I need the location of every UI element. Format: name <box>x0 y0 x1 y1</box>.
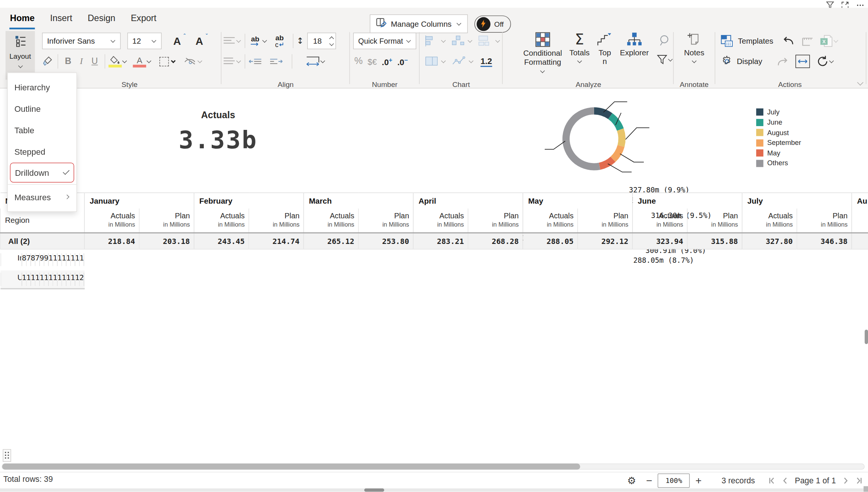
zoom-in-button[interactable]: + <box>690 475 707 486</box>
menu-item-drilldown[interactable]: Drilldown <box>10 163 74 183</box>
cell-actuals[interactable]: 130.08 <box>21 273 26 286</box>
decrease-decimal-button[interactable]: .0− <box>397 56 408 67</box>
format-painter-button[interactable] <box>41 54 54 69</box>
cell-actuals[interactable]: 177.86 <box>48 273 52 286</box>
measure-header-plan[interactable]: Planin Millions <box>358 208 413 233</box>
underline-button[interactable]: U <box>88 54 101 69</box>
chevron-down-icon[interactable] <box>468 38 472 43</box>
month-header[interactable]: January <box>84 193 194 208</box>
legend-item-september[interactable]: September <box>756 139 801 146</box>
cell-actuals[interactable]: 114.26 <box>57 253 61 266</box>
cell-plan[interactable]: 253.80 <box>358 233 413 249</box>
fill-color-button[interactable] <box>108 56 122 67</box>
templates-button[interactable]: Templates <box>721 35 773 47</box>
resize-corner[interactable] <box>863 486 868 492</box>
refresh-button[interactable] <box>816 55 834 67</box>
month-header[interactable]: July <box>742 193 852 208</box>
measure-header-plan[interactable]: Planin Millions <box>797 208 851 233</box>
cell-plan[interactable]: 203.18 <box>139 233 194 249</box>
cell-actuals[interactable]: 105.35 <box>48 253 52 266</box>
ruler-button[interactable] <box>801 35 814 47</box>
explorer-button[interactable]: Explorer <box>617 32 652 57</box>
measure-header-plan[interactable]: Planin Millions <box>468 208 523 233</box>
cell-plan[interactable]: 116.93 <box>70 253 75 266</box>
sparkline-button[interactable] <box>452 56 466 66</box>
increase-decimal-button[interactable]: .0+ <box>382 56 393 67</box>
zoom-level-input[interactable]: 100% <box>658 473 690 487</box>
legend-item-august[interactable]: August <box>756 129 801 136</box>
cell-plan[interactable]: 135.93 <box>35 273 39 286</box>
font-color-button[interactable]: A <box>133 56 146 67</box>
cell-actuals[interactable]: 327.80 <box>742 233 797 249</box>
first-page-button[interactable] <box>765 477 778 484</box>
shrink-font-button[interactable]: Aˇ <box>193 33 206 49</box>
menu-item-stepped[interactable]: Stepped <box>8 141 76 163</box>
measure-header-actuals[interactable]: Actualsin Millions <box>194 208 249 233</box>
waterfall-chart-button[interactable] <box>452 35 465 46</box>
month-header[interactable]: April <box>413 193 523 208</box>
indent-decrease-button[interactable] <box>249 54 262 69</box>
undo-button[interactable] <box>782 35 794 46</box>
cell-actuals[interactable]: 154.11 <box>30 273 35 286</box>
cell-plan[interactable]: 346.38 <box>797 233 851 249</box>
vertical-scrollbar-thumb[interactable] <box>865 330 868 344</box>
text-overflow-button[interactable]: ab <box>249 33 262 49</box>
row-label[interactable]: United States (4) <box>0 273 21 286</box>
tab-design[interactable]: Design <box>87 12 116 29</box>
cell-actuals[interactable]: 198.43 <box>75 273 79 286</box>
menu-item-measures[interactable]: Measures <box>8 186 76 208</box>
fit-to-width-button[interactable] <box>795 55 810 68</box>
measure-header-actuals[interactable]: Actualsin Millions <box>633 208 687 233</box>
tab-home[interactable]: Home <box>9 12 35 29</box>
cell-actuals[interactable]: 88.76 <box>21 253 26 266</box>
measure-header-actuals[interactable]: Actualsin Millions <box>413 208 468 233</box>
stacked-chart-button[interactable] <box>478 35 493 46</box>
donut-slice-others[interactable] <box>562 107 600 171</box>
chevron-down-icon[interactable] <box>236 58 241 63</box>
cell-plan[interactable]: 127.66 <box>79 253 83 266</box>
cell-actuals[interactable]: 128.22 <box>66 253 70 266</box>
cell-actuals[interactable]: 243.45 <box>194 233 249 249</box>
legend-item-may[interactable]: May <box>756 149 801 157</box>
zoom-out-button[interactable]: − <box>640 475 658 486</box>
measure-header-plan[interactable]: Planin Millions <box>249 208 304 233</box>
font-family-select[interactable]: Inforiver Sans <box>42 33 121 49</box>
cell-plan[interactable]: 177.69 <box>61 273 66 286</box>
next-page-button[interactable] <box>839 477 853 484</box>
cell-actuals[interactable]: 95.74 <box>39 253 44 266</box>
chevron-down-icon[interactable] <box>320 58 325 63</box>
export-excel-button[interactable]: X <box>820 35 839 47</box>
chevron-down-icon[interactable] <box>171 58 176 63</box>
month-header[interactable]: May <box>523 193 633 208</box>
cell-plan[interactable]: 292.12 <box>578 233 632 249</box>
chevron-down-icon[interactable] <box>147 58 151 63</box>
cell-plan[interactable]: 78.82 <box>35 253 39 266</box>
row-label[interactable]: All (2) <box>0 233 84 249</box>
bar-chart-button[interactable] <box>425 35 438 46</box>
last-page-button[interactable] <box>853 477 866 484</box>
percent-format-button[interactable]: % <box>354 56 362 67</box>
cell-plan[interactable]: 198.95 <box>70 273 75 286</box>
cell-plan[interactable]: 156.21 <box>43 273 48 286</box>
display-button[interactable]: Display <box>721 55 762 67</box>
menu-item-outline[interactable]: Outline <box>8 98 76 119</box>
chevron-down-icon[interactable] <box>197 58 202 63</box>
bold-button[interactable]: B <box>61 54 75 69</box>
measure-header-actuals[interactable]: Actualsin Millions <box>304 208 358 233</box>
italic-button[interactable]: I <box>75 54 88 69</box>
search-button[interactable] <box>659 34 671 46</box>
measure-header-plan[interactable]: Planin Millions <box>687 208 742 233</box>
cell-actuals[interactable]: 265.12 <box>304 233 358 249</box>
fit-column-width-button[interactable] <box>306 54 320 69</box>
borders-button[interactable] <box>157 54 170 69</box>
filter-rows-button[interactable] <box>657 54 673 65</box>
cell-plan[interactable]: 124.18 <box>26 273 30 286</box>
horizontal-align-button[interactable] <box>223 33 236 49</box>
number-format-button[interactable]: 1.2 <box>480 56 492 67</box>
conditional-formatting-button[interactable]: ConditionalFormatting <box>519 32 566 75</box>
chevron-down-icon[interactable] <box>495 38 500 43</box>
tab-insert[interactable]: Insert <box>49 12 73 29</box>
row-label[interactable]: International (2) <box>0 253 21 266</box>
strikethrough-button[interactable] <box>184 54 197 69</box>
cell-plan[interactable]: 268.28 <box>468 233 523 249</box>
